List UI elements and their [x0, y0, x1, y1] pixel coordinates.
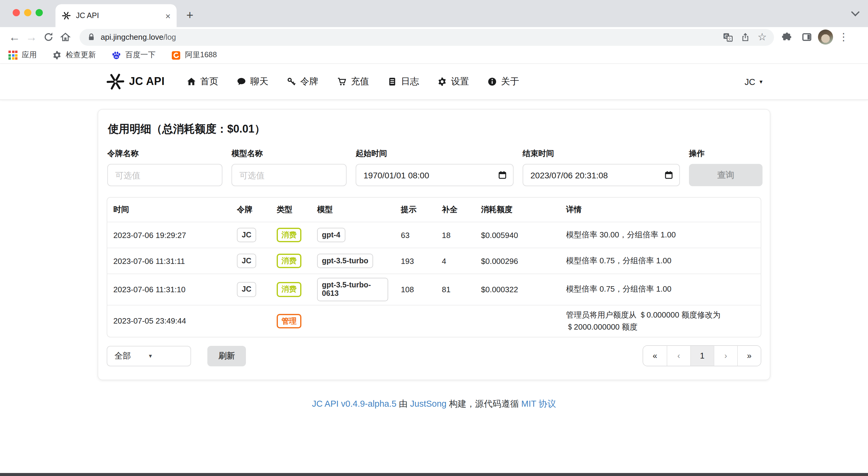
cell-prompt: 63 [395, 230, 436, 240]
profile-avatar[interactable] [818, 30, 833, 44]
main-menu: 首页 聊天 令牌 [187, 76, 519, 87]
page-title: 使用明细（总消耗额度：$0.01） [107, 118, 761, 136]
side-panel-button[interactable] [798, 29, 815, 45]
model-name-label: 模型名称 [231, 148, 347, 159]
col-header-time: 时间 [107, 204, 231, 215]
cell-time: 2023-07-05 23:49:44 [107, 317, 231, 326]
footer-text: 由 [396, 399, 410, 409]
author-link[interactable]: JustSong [410, 399, 447, 409]
cell-prompt: 108 [395, 285, 436, 294]
col-header-model: 模型 [311, 204, 395, 215]
table-row: 2023-07-06 11:31:11 JC 消费 gpt-3.5-turbo … [107, 248, 761, 274]
back-button[interactable]: ← [6, 29, 23, 45]
nav-item-topup[interactable]: 充值 [337, 76, 369, 87]
toolbar-actions: ⋮ [778, 29, 851, 45]
calendar-icon[interactable] [498, 170, 507, 180]
nav-item-chat[interactable]: 聊天 [237, 76, 268, 87]
type-badge: 管理 [277, 314, 301, 328]
reload-icon [43, 32, 53, 42]
license-link[interactable]: MIT 协议 [521, 399, 556, 409]
type-badge: 消费 [277, 282, 301, 297]
version-link[interactable]: JC API v0.4.9-alpha.5 [312, 399, 397, 409]
type-badge: 消费 [277, 228, 301, 243]
model-badge: gpt-3.5-turbo [317, 254, 373, 268]
browser-menu-icon[interactable]: ⋮ [836, 32, 851, 42]
bookmark-apps[interactable]: 应用 [8, 50, 37, 60]
gear-icon [438, 77, 447, 86]
model-badge: gpt-4 [317, 228, 345, 243]
log-book-icon [388, 77, 397, 86]
nav-item-label: 日志 [401, 76, 419, 87]
user-menu[interactable]: JC ▾ [744, 77, 763, 87]
refresh-button[interactable]: 刷新 [207, 346, 246, 366]
bookmark-label: 检查更新 [66, 50, 96, 60]
usage-table: 时间 令牌 类型 模型 提示 补全 消耗额度 详情 2023-07-06 19:… [107, 197, 761, 338]
col-header-prompt: 提示 [395, 204, 436, 215]
nav-item-settings[interactable]: 设置 [438, 76, 469, 87]
cell-quota: $0.000296 [475, 256, 560, 265]
new-tab-button[interactable]: + [181, 6, 199, 24]
chevron-down-icon: ▾ [760, 78, 763, 85]
nav-item-home[interactable]: 首页 [187, 76, 218, 87]
nav-item-about[interactable]: 关于 [488, 76, 519, 87]
translate-icon[interactable]: G 文 [723, 32, 733, 42]
zoom-window-button[interactable] [36, 9, 43, 16]
openai-logo [105, 72, 125, 92]
cell-detail: 模型倍率 0.75，分组倍率 1.00 [560, 284, 761, 295]
cell-time: 2023-07-06 11:31:11 [107, 256, 231, 265]
log-type-select[interactable]: 全部 ▾ [107, 346, 191, 366]
browser-tab[interactable]: JC API × [56, 4, 177, 27]
close-tab-icon[interactable]: × [165, 11, 170, 20]
token-badge: JC [237, 228, 256, 243]
nav-item-token[interactable]: 令牌 [287, 76, 318, 87]
type-badge: 消费 [277, 254, 301, 268]
reload-button[interactable] [40, 29, 57, 45]
cell-completion: 4 [436, 256, 475, 265]
extensions-button[interactable] [778, 29, 795, 45]
nav-item-label: 令牌 [300, 76, 318, 87]
end-time-input[interactable]: 2023/07/06 20:31:08 [523, 164, 680, 186]
start-time-input[interactable]: 1970/01/01 08:00 [355, 164, 514, 186]
cell-detail: 模型倍率 30.00，分组倍率 1.00 [560, 229, 761, 241]
page-last-button[interactable]: » [737, 346, 761, 366]
token-name-input[interactable] [107, 164, 222, 186]
nav-item-log[interactable]: 日志 [388, 76, 419, 87]
nav-item-label: 关于 [501, 76, 519, 87]
key-icon [287, 77, 296, 86]
brand[interactable]: JC API [105, 72, 164, 92]
cell-time: 2023-07-06 11:31:10 [107, 285, 231, 294]
bookmark-check-update[interactable]: 检查更新 [53, 50, 96, 60]
bookmark-star-icon[interactable]: ☆ [758, 32, 767, 42]
gear-icon [53, 51, 61, 60]
filter-token: 令牌名称 [107, 148, 222, 186]
minimize-window-button[interactable] [24, 9, 31, 16]
close-window-button[interactable] [13, 9, 20, 16]
table-row: 2023-07-05 23:49:44 管理 管理员将用户额度从 ＄0.0000… [107, 305, 761, 337]
bookmark-label: 阿里1688 [185, 50, 217, 60]
browser-tabstrip: JC API × + [0, 0, 868, 27]
page-prev-button[interactable]: ‹ [667, 346, 690, 366]
page-next-button[interactable]: › [714, 346, 737, 366]
query-button[interactable]: 查询 [689, 164, 763, 186]
puzzle-icon [781, 32, 792, 42]
cell-detail: 模型倍率 0.75，分组倍率 1.00 [560, 255, 761, 267]
lock-icon [87, 33, 96, 41]
address-bar[interactable]: api.jingcheng.love/log G 文 ☆ [80, 29, 774, 45]
tab-search-chevron-icon[interactable] [852, 8, 858, 15]
forward-button[interactable]: → [23, 29, 40, 45]
calendar-icon[interactable] [664, 170, 673, 180]
bookmark-ali1688[interactable]: 阿里1688 [171, 50, 217, 60]
nav-item-label: 充值 [351, 76, 369, 87]
share-icon[interactable] [741, 32, 750, 42]
filter-model: 模型名称 [231, 148, 347, 186]
start-time-label: 起始时间 [355, 148, 514, 159]
bookmark-baidu[interactable]: du 百度一下 [112, 50, 156, 60]
action-label: 操作 [689, 148, 763, 159]
model-name-input[interactable] [231, 164, 347, 186]
bookmark-label: 百度一下 [125, 50, 156, 60]
token-name-label: 令牌名称 [107, 148, 222, 159]
page-number-1[interactable]: 1 [690, 346, 714, 366]
page-first-button[interactable]: « [643, 346, 667, 366]
cart-icon [337, 77, 347, 86]
home-button[interactable] [57, 29, 73, 45]
